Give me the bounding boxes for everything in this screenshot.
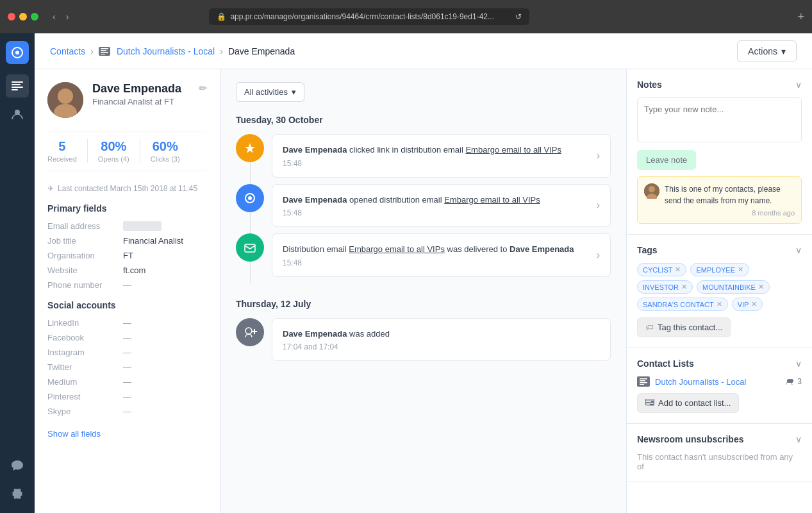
tag-sandras-contact-remove[interactable]: ✕ xyxy=(717,300,722,308)
sidebar-item-chat[interactable] xyxy=(6,454,29,477)
timeline-link-2[interactable]: Embargo email to all VIPs xyxy=(444,195,540,205)
tag-this-label: Tag this contact... xyxy=(658,323,722,332)
field-phone-label: Phone number xyxy=(47,280,118,290)
tag-mountainbike-remove[interactable]: ✕ xyxy=(758,283,764,291)
tags-title: Tags xyxy=(637,245,658,255)
tags-container: CYCLIST ✕ EMPLOYEE ✕ INVESTOR ✕ MOUNTA xyxy=(637,263,802,311)
svg-rect-33 xyxy=(646,403,654,404)
profile-title: Financial Analist at FT xyxy=(92,97,190,106)
social-section: Social accounts LinkedIn — Facebook — In… xyxy=(47,300,207,416)
stat-clicks: 60% Clicks (3) xyxy=(151,139,180,163)
maximize-button[interactable] xyxy=(31,13,38,21)
timeline-card-4[interactable]: Dave Empenada was added 17:04 and 17:04 xyxy=(272,318,611,362)
timeline-item-1: Dave Empenada clicked link in distributi… xyxy=(236,134,611,184)
minimize-button[interactable] xyxy=(19,13,27,21)
timeline-link-3[interactable]: Embargo email to all VIPs xyxy=(349,244,445,254)
url-bar[interactable]: 🔒 app.pr.co/manage/organisations/94464/c… xyxy=(209,8,529,25)
timeline-item-4: Dave Empenada was added 17:04 and 17:04 xyxy=(236,318,611,368)
last-contacted: ✈ Last contacted March 15th 2018 at 11:4… xyxy=(47,179,207,203)
note-textarea[interactable] xyxy=(637,97,802,142)
timeline-card-content-4: Dave Empenada was added 17:04 and 17:04 xyxy=(283,328,600,352)
tag-icon: 🏷 xyxy=(645,323,654,332)
instagram-label: Instagram xyxy=(47,348,118,357)
logo xyxy=(6,41,29,64)
tag-employee-remove[interactable]: ✕ xyxy=(738,265,743,274)
tag-mountainbike-label: MOUNTAINBIKE xyxy=(702,283,756,291)
traffic-lights xyxy=(8,13,38,21)
leave-note-button[interactable]: Leave note xyxy=(637,150,696,170)
timeline-icon-open xyxy=(236,184,264,212)
timeline-date-1: Tuesday, 30 October xyxy=(236,115,611,125)
field-job-title: Job title Financial Analist xyxy=(47,236,207,246)
field-phone: Phone number — xyxy=(47,280,207,290)
newsroom-header[interactable]: Newsroom unsubscribes ∨ xyxy=(637,434,802,444)
svg-rect-2 xyxy=(12,81,23,83)
timeline-card-1[interactable]: Dave Empenada clicked link in distributi… xyxy=(272,134,611,178)
field-job-title-value: Financial Analist xyxy=(123,236,183,246)
back-button[interactable]: ‹ xyxy=(49,9,60,24)
field-skype: Skype — xyxy=(47,407,207,416)
breadcrumb-sep-2: › xyxy=(220,46,223,56)
timeline-card-2[interactable]: Dave Empenada opened distribution email … xyxy=(272,184,611,228)
timeline-card-3[interactable]: Distribution email Embargo email to all … xyxy=(272,233,611,277)
tag-this-contact-button[interactable]: 🏷 Tag this contact... xyxy=(637,317,731,337)
tags-header[interactable]: Tags ∨ xyxy=(637,245,802,255)
edit-icon[interactable]: ✏ xyxy=(199,82,207,94)
newsroom-unsubscribes-section: Newsroom unsubscribes ∨ This contact has… xyxy=(627,424,812,482)
tag-sandras-contact-label: SANDRA'S CONTACT xyxy=(643,301,714,308)
timeline-items-2: Dave Empenada was added 17:04 and 17:04 xyxy=(236,318,611,368)
last-contacted-text: Last contacted March 15th 2018 at 11:45 xyxy=(58,184,197,193)
avatar xyxy=(47,82,83,118)
add-to-list-button[interactable]: Add to contact list... xyxy=(637,393,739,413)
breadcrumb-contacts-link[interactable]: Contacts xyxy=(50,46,85,56)
pinterest-value: — xyxy=(123,392,131,401)
newsroom-title: Newsroom unsubscribes xyxy=(637,434,744,444)
stats-row: 5 Received 80% Opens (4) 60% Clicks (3) xyxy=(47,131,207,171)
contact-list-name[interactable]: Dutch Journalists - Local xyxy=(655,377,746,387)
field-website: Website ft.com xyxy=(47,265,207,275)
field-pinterest: Pinterest — xyxy=(47,392,207,401)
svg-rect-16 xyxy=(245,244,255,252)
svg-rect-5 xyxy=(12,89,18,90)
svg-rect-4 xyxy=(12,87,23,88)
svg-rect-32 xyxy=(646,401,651,402)
sidebar-item-news[interactable] xyxy=(6,74,29,97)
field-organisation: Organisation FT xyxy=(47,251,207,260)
sidebar-item-settings[interactable] xyxy=(6,482,29,505)
newsroom-text: This contact hasn't unsubscribed from an… xyxy=(637,452,802,471)
close-button[interactable] xyxy=(8,13,15,21)
timeline-icon-added xyxy=(236,318,264,346)
timeline-time-1: 15:48 xyxy=(283,159,597,168)
newsroom-chevron-icon: ∨ xyxy=(795,434,802,444)
forward-button[interactable]: › xyxy=(62,9,73,24)
stat-received: 5 Received xyxy=(47,139,77,163)
refresh-icon[interactable]: ↺ xyxy=(515,12,522,21)
timeline-link-1[interactable]: Embargo email to all VIPs xyxy=(465,145,561,155)
sidebar-item-contacts[interactable] xyxy=(6,103,29,126)
top-nav: Contacts › Dutch Journalists - Local › D… xyxy=(35,33,812,69)
timeline-actor-2: Dave Empenada xyxy=(283,195,347,205)
medium-value: — xyxy=(123,377,131,387)
breadcrumb-list-link[interactable]: Dutch Journalists - Local xyxy=(117,46,215,56)
field-website-label: Website xyxy=(47,265,118,275)
svg-point-12 xyxy=(58,88,73,104)
notes-header[interactable]: Notes ∨ xyxy=(637,80,802,90)
tag-cyclist-label: CYCLIST xyxy=(643,266,672,274)
contact-lists-header[interactable]: Contact Lists ∨ xyxy=(637,358,802,369)
contact-list-icon xyxy=(637,376,650,387)
contact-lists-chevron-icon: ∨ xyxy=(795,358,802,369)
show-all-fields-link[interactable]: Show all fields xyxy=(47,429,101,439)
new-tab-button[interactable]: + xyxy=(797,10,804,24)
profile-header: Dave Empenada Financial Analist at FT ✏ xyxy=(47,82,207,118)
instagram-value: — xyxy=(123,348,131,357)
activity-filter-button[interactable]: All activities ▾ xyxy=(236,82,304,102)
contact-list-icon xyxy=(99,47,110,56)
tag-vip-remove[interactable]: ✕ xyxy=(751,300,757,308)
tag-cyclist-remove[interactable]: ✕ xyxy=(675,265,681,274)
tags-chevron-icon: ∨ xyxy=(795,245,802,255)
tag-investor-remove[interactable]: ✕ xyxy=(681,283,687,291)
stat-divider-2 xyxy=(140,139,140,163)
stat-received-value: 5 xyxy=(58,139,65,154)
actions-label: Actions xyxy=(748,46,777,56)
actions-button[interactable]: Actions ▾ xyxy=(737,40,797,62)
